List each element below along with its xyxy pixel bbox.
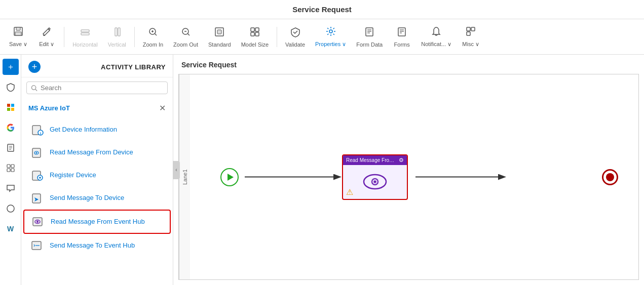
send-msg-hub-icon — [30, 238, 45, 253]
get-device-info-icon: i — [30, 123, 45, 137]
zoom-out-icon — [180, 26, 192, 40]
svg-point-46 — [31, 85, 35, 89]
forms-icon — [396, 26, 407, 40]
search-icon — [31, 85, 37, 92]
save-label: Save ∨ — [9, 41, 27, 48]
flow-end-event[interactable] — [602, 169, 618, 185]
svg-rect-16 — [217, 30, 221, 34]
svg-rect-31 — [471, 27, 475, 31]
canvas-node-read-msg-hub[interactable]: Read Message From Ev... ⚙ ⚠ — [342, 154, 408, 200]
svg-rect-42 — [11, 165, 14, 168]
horizontal-button[interactable]: Horizontal — [68, 23, 102, 51]
vertical-label: Vertical — [108, 42, 126, 48]
sidebar-office-btn[interactable] — [3, 99, 19, 115]
edit-button[interactable]: Edit ∨ — [33, 23, 60, 51]
toolbar: Save ∨ Edit ∨ Horizontal — [0, 19, 644, 55]
canvas-area: Service Request Lane1 — [173, 55, 644, 285]
canvas-node-warning-icon: ⚠ — [346, 187, 353, 197]
save-button[interactable]: Save ∨ — [5, 23, 31, 51]
activity-library-title: ACTIVITY LIBRARY — [101, 63, 166, 71]
form-data-button[interactable]: Form Data — [352, 23, 387, 51]
model-size-button[interactable]: Model Size — [237, 23, 273, 51]
canvas-node-eye-icon — [362, 172, 388, 192]
lane-content: Read Message From Ev... ⚙ ⚠ — [190, 74, 638, 279]
azure-section-title: MS Azure IoT — [28, 104, 70, 112]
svg-line-14 — [187, 33, 190, 35]
activity-list: i Get Device Information Read Message Fr… — [21, 118, 173, 285]
properties-label: Properties ∨ — [315, 41, 346, 48]
svg-point-45 — [7, 205, 14, 212]
sidebar-circle-btn[interactable] — [3, 200, 19, 217]
standard-button[interactable]: Standard — [204, 23, 235, 51]
flow-end-inner — [606, 173, 614, 181]
zoom-in-button[interactable]: Zoom In — [139, 23, 167, 51]
toolbar-sep-2 — [134, 27, 135, 47]
validate-button[interactable]: Validate — [281, 23, 309, 51]
svg-rect-26 — [398, 28, 405, 36]
activity-item-read-msg-device[interactable]: Read Message From Device — [23, 141, 171, 164]
search-input[interactable] — [41, 84, 163, 92]
zoom-out-label: Zoom Out — [173, 42, 198, 48]
activity-item-send-msg-device[interactable]: Send Message To Device — [23, 187, 171, 209]
svg-rect-41 — [7, 165, 10, 168]
forms-button[interactable]: Forms — [389, 23, 415, 51]
read-msg-device-icon — [30, 145, 45, 159]
sidebar-shield-btn[interactable] — [3, 79, 19, 95]
sidebar-wp-btn[interactable]: W — [3, 221, 19, 237]
horizontal-icon — [80, 26, 91, 40]
svg-rect-22 — [366, 28, 373, 36]
send-msg-hub-label: Send Message To Event Hub — [50, 241, 135, 250]
svg-rect-19 — [251, 32, 254, 36]
top-bar: Service Request — [0, 0, 644, 19]
misc-label: Misc ∨ — [462, 41, 479, 48]
flow-start-event[interactable] — [220, 168, 239, 186]
svg-point-53 — [36, 152, 37, 154]
sidebar-chat-btn[interactable] — [3, 180, 19, 196]
validate-label: Validate — [285, 42, 305, 48]
model-size-label: Model Size — [241, 42, 269, 48]
search-box — [26, 82, 168, 94]
activity-library-panel: + ACTIVITY LIBRARY MS Azure IoT ✕ — [21, 55, 173, 285]
form-data-icon — [364, 26, 375, 40]
sidebar-add-btn[interactable]: ＋ — [3, 59, 19, 75]
form-data-label: Form Data — [356, 42, 383, 48]
svg-line-47 — [35, 89, 37, 91]
svg-rect-7 — [118, 28, 120, 36]
canvas-connections — [190, 74, 638, 279]
window-title: Service Request — [292, 5, 352, 14]
activity-item-read-msg-hub[interactable]: Read Message From Event Hub — [23, 210, 171, 234]
send-msg-device-icon — [30, 191, 45, 205]
sidebar-docs-btn[interactable] — [3, 140, 19, 156]
canvas-node-gear[interactable]: ⚙ — [399, 157, 404, 164]
activity-item-send-msg-hub[interactable]: Send Message To Event Hub — [23, 234, 171, 257]
toolbar-sep-1 — [64, 27, 64, 47]
properties-button[interactable]: Properties ∨ — [311, 23, 350, 51]
svg-rect-17 — [251, 28, 254, 31]
edit-label: Edit ∨ — [39, 41, 54, 48]
svg-point-21 — [329, 30, 332, 33]
lane-container: Lane1 — [178, 74, 639, 280]
notifications-icon — [431, 26, 442, 39]
notifications-button[interactable]: Notificat... ∨ — [417, 23, 456, 51]
sidebar-google-btn[interactable] — [3, 119, 19, 136]
svg-rect-36 — [11, 108, 14, 111]
left-sidebar: ＋ — [0, 55, 21, 285]
vertical-button[interactable]: Vertical — [104, 23, 130, 51]
send-msg-device-label: Send Message To Device — [50, 194, 124, 202]
misc-button[interactable]: Misc ∨ — [458, 23, 484, 51]
zoom-out-button[interactable]: Zoom Out — [169, 23, 202, 51]
add-activity-button[interactable]: + — [28, 61, 41, 73]
validate-icon — [290, 26, 301, 40]
panel-toggle-button[interactable]: ‹ — [173, 161, 180, 179]
read-msg-hub-label: Read Message From Event Hub — [51, 218, 145, 226]
svg-point-61 — [36, 221, 39, 223]
edit-icon — [41, 26, 52, 39]
sidebar-grid-btn[interactable] — [3, 160, 19, 176]
toolbar-sep-3 — [277, 27, 277, 47]
save-icon — [13, 26, 24, 39]
activity-item-get-device-info[interactable]: i Get Device Information — [23, 118, 171, 141]
azure-close-button[interactable]: ✕ — [159, 103, 166, 113]
activity-item-register-device[interactable]: Register Device — [23, 164, 171, 186]
misc-icon — [465, 26, 476, 39]
vertical-icon — [111, 26, 123, 40]
